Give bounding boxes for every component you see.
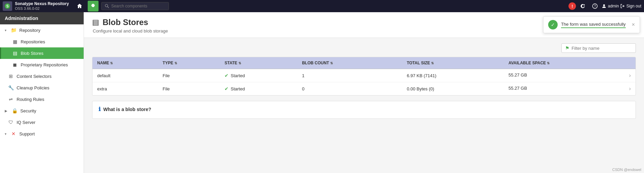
help-button[interactable]: ? (589, 1, 600, 12)
sidebar-item-iq-server[interactable]: 🛡 IQ Server (0, 116, 84, 128)
table-header-row: NAME⇅ TYPE⇅ STATE⇅ BLOB COUNT⇅ (92, 57, 636, 69)
col-header-state[interactable]: STATE⇅ (220, 57, 297, 69)
status-icon: ✔ (224, 86, 229, 91)
page-title-icon: ▤ (92, 18, 99, 27)
nav-right: ! ? admin Sign out (568, 1, 641, 12)
repository-icon: 📁 (10, 27, 17, 33)
sort-available-space-icon: ⇅ (547, 61, 550, 65)
navbar: S Sonatype Nexus Repository OSS 3.66.0-0… (0, 0, 644, 12)
home-button[interactable] (74, 1, 85, 12)
sidebar-item-proprietary-repositories[interactable]: ◼ Proprietary Repositories (0, 59, 84, 70)
sidebar-header: Administration (0, 12, 84, 24)
sidebar-item-support[interactable]: ▾ ✕ Support (0, 128, 84, 139)
cell-blob-count: 1 (297, 69, 402, 82)
content-body: ⚑ NAME⇅ TYPE⇅ (84, 38, 644, 124)
col-header-available-space[interactable]: AVAILABLE SPACE⇅ (504, 57, 636, 69)
filter-input-box[interactable]: ⚑ (561, 43, 636, 53)
cell-total-size: 6.97 KB (7141) (402, 69, 503, 82)
username-label: admin (608, 4, 619, 8)
sort-type-icon: ⇅ (174, 61, 177, 65)
sidebar-item-repositories[interactable]: ▦ Repositories (0, 36, 84, 47)
repositories-icon: ▦ (12, 39, 18, 44)
footer-text: CSDN @endswel (612, 168, 641, 172)
support-arrow: ▾ (5, 132, 6, 136)
cleanup-policies-label: Cleanup Policies (17, 85, 49, 90)
routing-rules-icon: ⇌ (8, 96, 14, 102)
refresh-button[interactable] (577, 1, 588, 12)
sort-name-icon: ⇅ (110, 61, 113, 65)
cleanup-policies-icon: 🔧 (8, 85, 14, 90)
cell-name: default (92, 69, 158, 82)
status-text: Started (231, 86, 245, 91)
col-header-total-size[interactable]: TOTAL SIZE⇅ (402, 57, 503, 69)
toast-message: The form was saved successfully (561, 22, 626, 28)
data-table: NAME⇅ TYPE⇅ STATE⇅ BLOB COUNT⇅ (92, 57, 636, 95)
info-box: ℹ What is a blob store? (92, 101, 636, 119)
sort-state-icon: ⇅ (238, 61, 241, 65)
sidebar-item-security[interactable]: ▶ 🔒 Security (0, 105, 84, 116)
sort-total-size-icon: ⇅ (431, 61, 434, 65)
svg-text:S: S (6, 4, 9, 8)
support-icon: ✕ (10, 131, 17, 136)
support-label: Support (19, 131, 35, 136)
proprietary-label: Proprietary Repositories (21, 62, 68, 67)
sidebar-item-repository[interactable]: ▾ 📁 Repository (0, 24, 84, 36)
col-header-type[interactable]: TYPE⇅ (158, 57, 220, 69)
svg-point-2 (105, 4, 108, 7)
toast-close-button[interactable]: × (632, 22, 635, 28)
signout-label: Sign out (626, 4, 641, 8)
info-title-text: What is a blob store? (103, 107, 151, 112)
svg-text:?: ? (594, 4, 596, 8)
brand: S Sonatype Nexus Repository OSS 3.66.0-0… (3, 1, 69, 11)
app-body: Administration ▾ 📁 Repository ▦ Reposito… (0, 12, 644, 173)
col-header-blob-count[interactable]: BLOB COUNT⇅ (297, 57, 402, 69)
success-toast: ✓ The form was saved successfully × (543, 16, 640, 33)
cell-available-space: 55.27 GB › (504, 69, 636, 82)
iq-server-icon: 🛡 (8, 120, 14, 125)
main-content: ▤ Blob Stores Configure local and cloud … (84, 12, 644, 173)
iq-server-label: IQ Server (17, 120, 36, 125)
repositories-label: Repositories (21, 39, 45, 44)
blob-stores-table: NAME⇅ TYPE⇅ STATE⇅ BLOB COUNT⇅ (92, 57, 636, 95)
filter-input[interactable] (572, 46, 626, 51)
page-header: ▤ Blob Stores Configure local and cloud … (84, 12, 644, 38)
proprietary-icon: ◼ (12, 62, 18, 67)
user-button[interactable]: admin (602, 4, 619, 8)
repository-arrow: ▾ (5, 28, 6, 32)
search-box[interactable] (101, 2, 169, 10)
svg-line-3 (108, 7, 109, 8)
sidebar-item-content-selectors[interactable]: ⊞ Content Selectors (0, 70, 84, 82)
alert-badge[interactable]: ! (568, 2, 576, 10)
row-arrow-icon[interactable]: › (629, 72, 631, 79)
sidebar-item-routing-rules[interactable]: ⇌ Routing Rules (0, 93, 84, 105)
sidebar: Administration ▾ 📁 Repository ▦ Reposito… (0, 12, 84, 173)
routing-rules-label: Routing Rules (17, 97, 44, 102)
page-title: Blob Stores (103, 18, 148, 27)
cell-blob-count: 0 (297, 82, 402, 95)
content-selectors-label: Content Selectors (17, 74, 51, 79)
logo-icon: S (3, 1, 12, 11)
cell-state: ✔ Started (220, 82, 297, 95)
status-text: Started (231, 73, 245, 78)
signout-button[interactable]: Sign out (620, 4, 641, 8)
cell-name: extra (92, 82, 158, 95)
security-arrow: ▶ (5, 109, 7, 113)
toast-icon: ✓ (548, 20, 558, 29)
repository-label: Repository (19, 28, 40, 33)
cell-available-space: 55.27 GB › (504, 82, 636, 95)
col-header-name[interactable]: NAME⇅ (92, 57, 158, 69)
cell-total-size: 0.00 Bytes (0) (402, 82, 503, 95)
cell-type: File (158, 69, 220, 82)
security-label: Security (20, 108, 36, 113)
blob-stores-label: Blob Stores (21, 51, 43, 56)
cell-type: File (158, 82, 220, 95)
table-row[interactable]: extra File ✔ Started 0 0.00 Bytes (0) 55… (92, 82, 636, 95)
info-icon: ℹ (99, 106, 101, 112)
security-icon: 🔒 (12, 108, 18, 113)
search-input[interactable] (111, 4, 165, 8)
row-arrow-icon[interactable]: › (629, 86, 631, 92)
sidebar-item-blob-stores[interactable]: ▤ Blob Stores (0, 47, 84, 59)
settings-button[interactable] (88, 1, 99, 12)
sidebar-item-cleanup-policies[interactable]: 🔧 Cleanup Policies (0, 82, 84, 93)
table-row[interactable]: default File ✔ Started 1 6.97 KB (7141) … (92, 69, 636, 82)
